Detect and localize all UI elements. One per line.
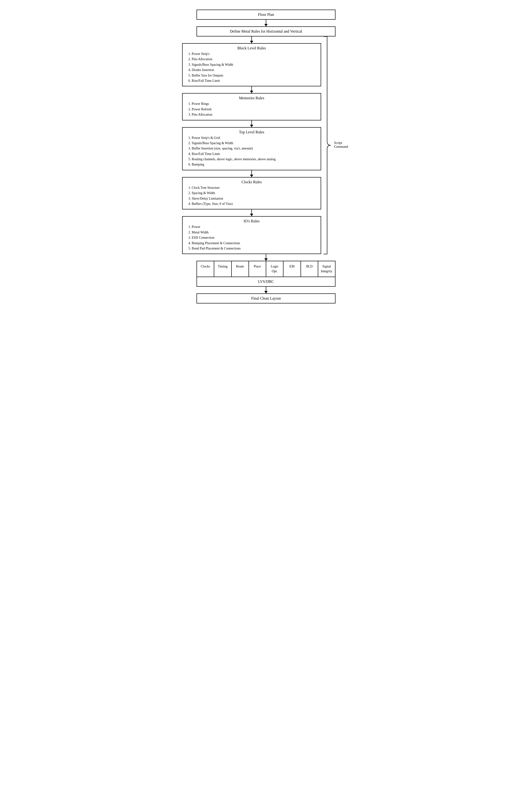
block-item-2: 2. Pins Allocation <box>188 57 315 62</box>
arrow-3 <box>251 86 252 93</box>
tool-timing: Timing <box>214 261 231 276</box>
block-item-6: 6. Rise/Fall Time Limit <box>188 78 315 84</box>
memories-list: 1. Power Rings 2. Power Refresh 3. Pins … <box>188 101 315 117</box>
tool-logic-opt: Logic Opt. <box>266 261 284 276</box>
page-container: Floor Plan Define Metal Rules for Horizo… <box>182 10 350 304</box>
memories-box: Memories Rules 1. Power Rings 2. Power R… <box>182 93 321 120</box>
define-metal-label: Define Metal Rules for Horizontal and Ve… <box>230 29 302 33</box>
clocks-rules-title: Clocks Rules <box>188 180 315 184</box>
block-level-list: 1. Power Strip's 2. Pins Allocation 3. S… <box>188 51 315 84</box>
clk-item-3: 3. Skew/Delay Limitation <box>188 196 315 201</box>
io-item-1: 1. Power <box>188 224 315 230</box>
block-item-5: 5. Buffer Size for Outputs <box>188 73 315 78</box>
clocks-rules-box: Clocks Rules 1. Clock Tree Structure 2. … <box>182 177 321 210</box>
mem-item-1: 1. Power Rings <box>188 101 315 107</box>
lvs-drc-box: LVS/DRC <box>196 277 336 287</box>
arrow-1 <box>266 20 266 26</box>
script-command-wrapper: Block Level Rules 1. Power Strip's 2. Pi… <box>182 36 350 254</box>
block-level-box: Block Level Rules 1. Power Strip's 2. Pi… <box>182 43 321 86</box>
tools-row: Clocks Timing Route Place Logic Opt. EM … <box>196 261 336 277</box>
script-command-label: ScriptCommand <box>334 141 369 149</box>
arrow-2 <box>251 36 252 43</box>
io-item-4: 4. Bumping Placement & Connections <box>188 241 315 246</box>
top-item-4: 4. Rise/Fall Time Limit <box>188 151 315 157</box>
top-level-box: Top Level Rules 1. Power Strip's & Grid … <box>182 127 321 170</box>
lvs-drc-label: LVS/DRC <box>258 279 274 284</box>
tool-ird: IR.D <box>301 261 318 276</box>
tool-route: Route <box>232 261 249 276</box>
top-item-5: 5. Routing channels, above logic, above … <box>188 157 315 162</box>
floor-plan-box: Floor Plan <box>196 10 336 20</box>
memories-title: Memories Rules <box>188 96 315 100</box>
top-item-2: 2. Signals/Buss Spacing & Width <box>188 141 315 146</box>
top-item-3: 3. Buffer Insertion (size, spacing, via'… <box>188 146 315 151</box>
io-item-2: 2. Metal Width <box>188 230 315 235</box>
final-layout-label: Final Clean Layout <box>251 296 281 301</box>
arrow-6 <box>251 210 252 216</box>
block-item-3: 3. Signals/Buss Spacing & Width <box>188 62 315 68</box>
top-item-1: 1. Power Strip's & Grid <box>188 135 315 141</box>
ios-rules-title: IO's Rules <box>188 219 315 223</box>
top-level-title: Top Level Rules <box>188 130 315 134</box>
mem-item-3: 3. Pins Allocation <box>188 112 315 117</box>
block-item-1: 1. Power Strip's <box>188 51 315 57</box>
tool-em: EM <box>284 261 301 276</box>
top-level-list: 1. Power Strip's & Grid 2. Signals/Buss … <box>188 135 315 167</box>
arrow-4 <box>251 121 252 127</box>
arrow-7 <box>266 254 266 261</box>
define-metal-box: Define Metal Rules for Horizontal and Ve… <box>196 26 336 36</box>
top-item-6: 6. Bumping <box>188 162 315 167</box>
clk-item-4: 4. Buffers (Type, Size, # of Vias) <box>188 201 315 206</box>
brace-icon <box>324 36 333 254</box>
tool-place: Place <box>249 261 266 276</box>
clk-item-2: 2. Spacing & Width <box>188 190 315 196</box>
script-command-brace: ScriptCommand <box>321 36 350 254</box>
clocks-rules-list: 1. Clock Tree Structure 2. Spacing & Wid… <box>188 185 315 207</box>
arrow-5 <box>251 170 252 177</box>
final-layout-box: Final Clean Layout <box>196 293 336 304</box>
tool-signal-integrity: Signal Integrity <box>318 261 335 276</box>
arrow-8 <box>266 287 266 293</box>
io-item-3: 3. ESD Connection <box>188 235 315 240</box>
io-item-5: 5. Bond Pad Placement & Connections <box>188 246 315 251</box>
ios-rules-box: IO's Rules 1. Power 2. Metal Width 3. ES… <box>182 216 321 254</box>
mem-item-2: 2. Power Refresh <box>188 107 315 112</box>
clk-item-1: 1. Clock Tree Structure <box>188 185 315 190</box>
ios-rules-list: 1. Power 2. Metal Width 3. ESD Connectio… <box>188 224 315 251</box>
floor-plan-label: Floor Plan <box>258 13 274 17</box>
tool-clocks: Clocks <box>197 261 214 276</box>
main-flow-column: Block Level Rules 1. Power Strip's 2. Pi… <box>182 36 321 254</box>
block-level-title: Block Level Rules <box>188 46 315 50</box>
block-item-4: 4. Diodes Insertion <box>188 68 315 73</box>
